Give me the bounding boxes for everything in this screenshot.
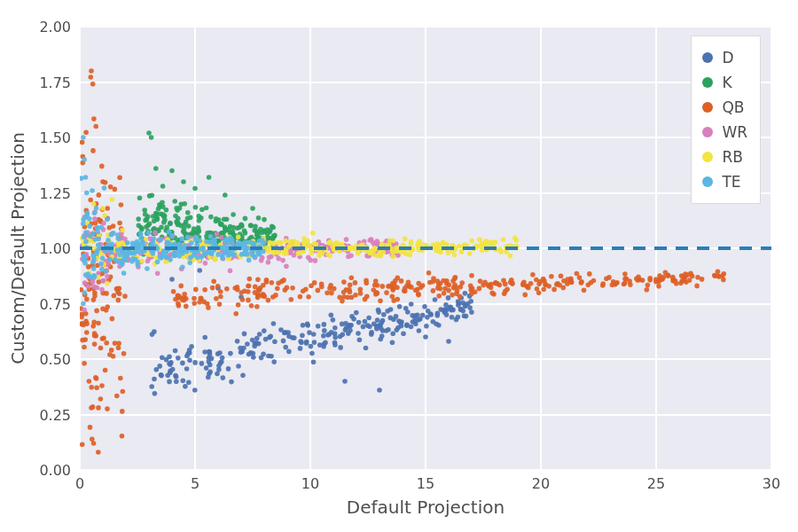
point-d <box>357 337 363 342</box>
point-qb <box>113 187 118 192</box>
point-te <box>81 301 86 307</box>
point-d <box>416 317 421 323</box>
point-rb <box>120 228 125 233</box>
x-tick-label: 20 <box>532 475 550 492</box>
point-qb <box>101 336 106 341</box>
point-te <box>102 185 107 191</box>
point-d <box>176 356 181 361</box>
point-qb <box>103 368 108 373</box>
point-d <box>463 291 468 296</box>
point-wr <box>82 308 87 313</box>
point-d <box>304 340 309 345</box>
point-qb <box>239 290 244 295</box>
point-te <box>109 250 114 255</box>
point-d <box>377 387 382 393</box>
point-qb <box>622 271 628 277</box>
point-d <box>218 361 223 366</box>
point-k <box>177 206 183 211</box>
point-qb <box>246 289 251 294</box>
point-qb <box>82 345 87 350</box>
point-d <box>206 375 211 380</box>
point-rb <box>271 240 277 246</box>
point-qb <box>224 286 230 292</box>
point-d <box>397 304 403 309</box>
point-te <box>187 261 192 266</box>
x-tick-label: 15 <box>417 475 434 492</box>
point-qb <box>640 278 645 283</box>
point-d <box>311 359 317 364</box>
point-d <box>381 312 387 317</box>
x-tick-label: 0 <box>75 475 84 492</box>
point-d <box>385 309 390 314</box>
point-qb <box>316 288 321 293</box>
point-qb <box>681 274 686 279</box>
point-te <box>95 230 100 235</box>
point-qb <box>306 294 311 300</box>
point-qb <box>653 279 659 285</box>
point-k <box>192 186 198 192</box>
point-k <box>207 175 212 180</box>
point-d <box>202 335 207 340</box>
point-te <box>93 237 98 242</box>
point-k <box>153 166 159 171</box>
point-d <box>207 352 213 357</box>
point-d <box>396 318 402 324</box>
point-qb <box>451 286 457 291</box>
point-te <box>84 191 90 196</box>
point-d <box>268 334 273 340</box>
point-qb <box>105 206 110 211</box>
point-rb <box>110 197 115 202</box>
point-d <box>240 372 246 378</box>
point-qb <box>181 295 186 301</box>
point-te <box>250 253 255 258</box>
point-qb <box>255 292 261 297</box>
point-d <box>394 314 399 319</box>
point-qb <box>89 405 94 411</box>
point-qb <box>104 291 109 296</box>
point-qb <box>477 286 482 292</box>
point-d <box>386 327 391 332</box>
point-qb <box>325 290 330 295</box>
point-d <box>435 310 441 316</box>
point-d <box>356 320 362 325</box>
point-d <box>454 317 459 323</box>
point-d <box>349 314 355 319</box>
point-k <box>155 216 160 222</box>
point-qb <box>82 337 88 342</box>
point-qb <box>390 287 395 293</box>
point-qb <box>468 284 473 289</box>
y-tick-label: 2.00 <box>39 19 71 35</box>
point-qb <box>108 184 113 190</box>
point-rb <box>387 239 393 244</box>
point-qb <box>114 394 120 399</box>
point-te <box>85 210 90 215</box>
point-qb <box>716 274 722 279</box>
point-d <box>409 301 414 307</box>
point-d <box>215 372 220 377</box>
point-d <box>458 307 464 312</box>
point-te <box>177 254 183 259</box>
point-te <box>195 255 200 261</box>
point-d <box>442 307 448 312</box>
legend-label: QB <box>722 98 744 116</box>
point-qb <box>99 164 105 169</box>
point-d <box>173 373 178 379</box>
point-d <box>170 367 176 372</box>
point-qb <box>442 291 447 296</box>
point-qb <box>684 279 689 285</box>
point-d <box>154 367 160 372</box>
point-d <box>312 340 317 345</box>
point-te <box>189 240 194 246</box>
point-qb <box>358 287 364 293</box>
point-te <box>94 251 99 256</box>
point-qb <box>497 282 503 287</box>
point-d <box>462 314 467 319</box>
point-d <box>180 361 185 366</box>
point-d <box>153 391 158 396</box>
point-k <box>168 221 173 226</box>
point-te <box>91 273 97 278</box>
point-d <box>192 360 198 365</box>
point-qb <box>622 277 628 282</box>
point-k <box>208 215 214 220</box>
point-qb <box>247 277 253 282</box>
